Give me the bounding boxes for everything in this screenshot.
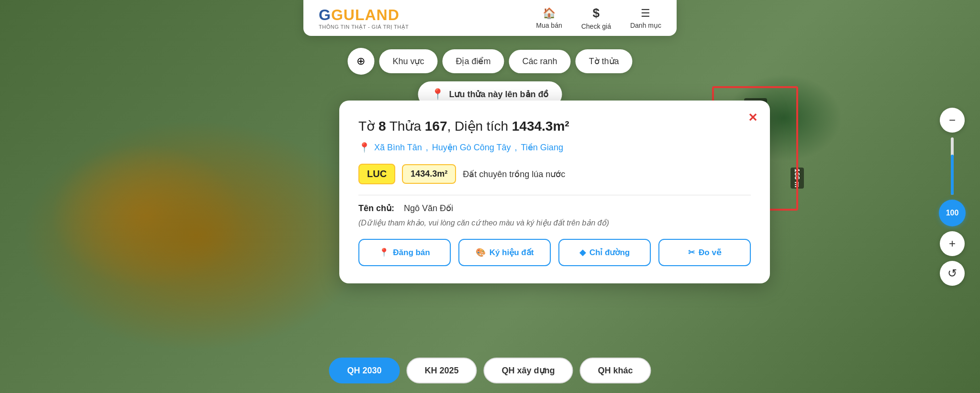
refresh-button[interactable]: ↺ (940, 261, 965, 286)
logo-text: GGULAND (319, 6, 409, 24)
dang-ban-button[interactable]: 📍 Đăng bán (358, 239, 451, 266)
title-thua-mid: Thửa (386, 119, 424, 134)
refresh-icon: ↺ (947, 267, 957, 280)
land-description: Đất chuyên trồng lúa nước (463, 169, 565, 180)
title-suffix: , Diện tích (447, 119, 512, 134)
nav-mua-ban[interactable]: 🏠 Mua bán (536, 7, 562, 29)
nav-check-gia-label: Check giá (581, 22, 611, 30)
do-ve-icon: ✂ (688, 247, 695, 258)
owner-row: Tên chủ: Ngô Văn Đối (358, 203, 751, 213)
zoom-badge: 100 (939, 200, 966, 226)
dang-ban-label: Đăng bán (393, 248, 430, 258)
popup-location: 📍 Xã Bình Tân , Huyện Gò Công Tây , Tiền… (358, 142, 751, 153)
house-icon: 🏠 (543, 7, 556, 20)
popup-close-button[interactable]: ✕ (743, 108, 762, 127)
khu-vuc-button[interactable]: Khu vực (379, 49, 437, 73)
dia-diem-button[interactable]: Địa điểm (442, 49, 504, 73)
crosshair-icon: ⊕ (356, 55, 365, 67)
nav-danh-muc[interactable]: ☰ Danh mục (630, 7, 661, 29)
location-pin-icon: 📍 (358, 142, 370, 153)
location-button[interactable]: ⊕ (347, 48, 374, 75)
do-ve-label: Đo vẽ (699, 247, 721, 258)
ky-hieu-label: Ký hiệu đất (490, 247, 534, 258)
tinh-link[interactable]: Tiền Giang (521, 142, 563, 153)
popup-area: 1434.3m² (512, 119, 569, 134)
search-bar: ⊕ Khu vực Địa điểm Các ranh Tờ thửa (347, 48, 632, 75)
nav-items: 🏠 Mua bán $ Check giá ☰ Danh mục (536, 6, 661, 30)
ky-hieu-icon: 🎨 (476, 247, 486, 258)
zoom-out-button[interactable]: − (940, 108, 965, 133)
map-controls: − 100 + ↺ (939, 108, 966, 286)
chi-duong-label: Chỉ đường (590, 247, 630, 258)
land-info-row: LUC 1434.3m² Đất chuyên trồng lúa nước (358, 164, 751, 184)
logo-subtitle: THÔNG TIN THẬT - GIÁ TRỊ THẬT (319, 24, 409, 30)
zoom-track (951, 137, 954, 195)
plus-icon: + (949, 237, 956, 250)
xa-link[interactable]: Xã Bình Tân (374, 143, 422, 153)
popup-card: ✕ Tờ 8 Thửa 167, Diện tích 1434.3m² 📍 Xã… (339, 101, 770, 283)
ky-hieu-dat-button[interactable]: 🎨 Ký hiệu đất (458, 239, 551, 266)
qh-khac-button[interactable]: QH khác (580, 358, 651, 383)
land-code-badge: LUC (358, 164, 395, 184)
title-to-prefix: Tờ (358, 119, 379, 134)
action-buttons: 📍 Đăng bán 🎨 Ký hiệu đất ◆ Chỉ đường ✂ Đ… (358, 239, 751, 266)
land-area-badge: 1434.3m² (402, 164, 456, 184)
qh-xay-dung-button[interactable]: QH xây dựng (484, 358, 573, 383)
dang-ban-icon: 📍 (379, 247, 389, 258)
save-pin-icon: 📍 (431, 88, 444, 101)
close-icon: ✕ (748, 111, 757, 124)
menu-icon: ☰ (641, 7, 650, 20)
thua-number: 167 (425, 119, 447, 134)
to-number: 8 (379, 119, 386, 134)
huyen-link[interactable]: Huyện Gò Công Tây (432, 142, 511, 153)
chi-duong-button[interactable]: ◆ Chỉ đường (558, 239, 651, 266)
map-type-bar: QH 2030 KH 2025 QH xây dựng QH khác (329, 358, 651, 383)
save-tooltip-text: Lưu thửa này lên bản đồ (449, 89, 548, 100)
disclaimer: (Dữ liệu tham khảo, vui lòng căn cứ theo… (358, 218, 751, 227)
chi-duong-icon: ◆ (579, 247, 586, 258)
nav-danh-muc-label: Danh mục (630, 22, 661, 29)
popup-title: Tờ 8 Thửa 167, Diện tích 1434.3m² (358, 118, 751, 135)
to-thua-button[interactable]: Tờ thửa (576, 49, 633, 73)
do-ve-button[interactable]: ✂ Đo vẽ (658, 239, 751, 266)
logo: GGULAND THÔNG TIN THẬT - GIÁ TRỊ THẬT (319, 6, 409, 30)
cac-ranh-button[interactable]: Các ranh (509, 50, 570, 73)
kh2025-button[interactable]: KH 2025 (406, 358, 477, 383)
logo-rest: GULAND (331, 6, 400, 23)
nav-mua-ban-label: Mua bán (536, 22, 562, 29)
owner-label: Tên chủ: (358, 203, 394, 213)
qh2030-button[interactable]: QH 2030 (329, 358, 400, 383)
zoom-fill (951, 155, 954, 195)
zoom-in-button[interactable]: + (940, 231, 965, 256)
divider (358, 195, 751, 195)
zoom-slider[interactable] (951, 137, 954, 195)
dollar-icon: $ (593, 6, 600, 21)
owner-value: Ngô Văn Đối (404, 203, 453, 213)
separator-1: , (426, 143, 428, 153)
separator-2: , (515, 143, 517, 153)
minus-icon: − (949, 113, 956, 127)
navbar: GGULAND THÔNG TIN THẬT - GIÁ TRỊ THẬT 🏠 … (303, 0, 677, 36)
logo-g: G (319, 6, 331, 23)
nav-check-gia[interactable]: $ Check giá (581, 6, 611, 30)
